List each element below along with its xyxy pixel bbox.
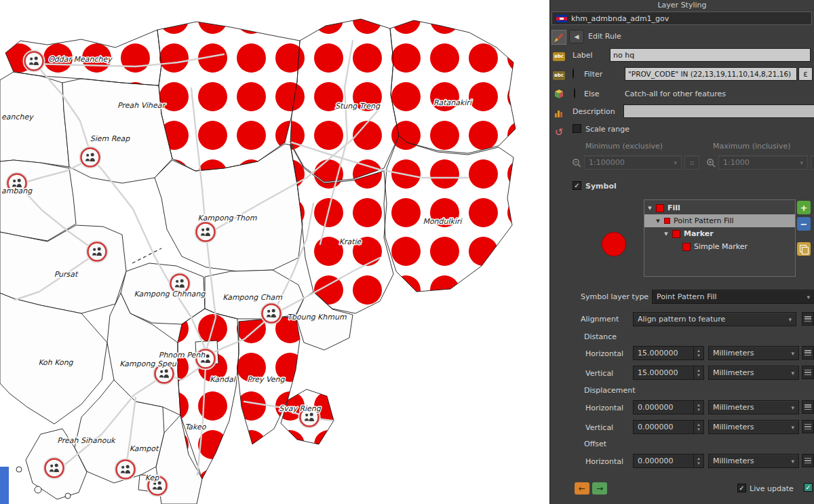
province-hq-marker[interactable]: [195, 222, 216, 242]
province-hq-marker[interactable]: [44, 458, 64, 478]
remove-symbol-layer-button[interactable]: −: [797, 217, 811, 231]
island[interactable]: [65, 493, 71, 499]
chevron-down-icon: ▾: [802, 294, 810, 301]
expand-icon[interactable]: ▼: [663, 231, 669, 237]
tab-labels[interactable]: abc: [551, 49, 566, 64]
offset-horizontal-label: Horizontal: [585, 457, 623, 466]
province-hq-marker[interactable]: [24, 51, 44, 71]
tab-diagrams[interactable]: [551, 106, 566, 121]
apply-checkbox[interactable]: ✓: [804, 483, 813, 492]
displacement-vertical-spinbox[interactable]: 0.000000 ▴▾: [633, 420, 704, 434]
province-siem-reap[interactable]: [62, 79, 172, 183]
set-to-current-scale-button-2[interactable]: [811, 155, 814, 170]
distance-vertical-unit-combo[interactable]: Millimeters ▾: [708, 366, 799, 380]
symbol-layer-tree[interactable]: ▼ Fill ▼ Point Pattern Fill ▼ Marker Sim…: [644, 199, 796, 277]
displacement-vertical-label: Vertical: [585, 423, 613, 432]
back-button[interactable]: ◀: [569, 30, 584, 43]
province-ratanakiri[interactable]: [390, 20, 516, 153]
data-defined-override-button[interactable]: [802, 366, 814, 379]
scale-range-checkbox[interactable]: [573, 124, 581, 133]
expression-builder-button[interactable]: ε: [798, 67, 813, 81]
label-label: Label: [573, 51, 593, 60]
offset-section-label: Offset: [584, 440, 606, 448]
chevron-down-icon: ▾: [787, 404, 794, 411]
else-radio[interactable]: [574, 88, 575, 98]
minimum-scale-value: 1:100000: [589, 158, 625, 167]
data-defined-override-button[interactable]: [802, 454, 814, 467]
undo-button[interactable]: ←: [575, 482, 589, 495]
tab-symbology[interactable]: [551, 30, 566, 45]
spin-down-icon[interactable]: ▾: [697, 353, 700, 358]
province-hq-marker[interactable]: [261, 303, 282, 324]
live-update-label: Live update: [750, 484, 794, 493]
island[interactable]: [35, 486, 41, 493]
offset-horizontal-unit-combo[interactable]: Millimeters ▾: [708, 454, 799, 468]
spin-buttons[interactable]: ▴▾: [693, 454, 703, 467]
layer-selector[interactable]: khm_admbnda_adm1_gov: [551, 12, 812, 25]
data-defined-override-button[interactable]: [802, 420, 814, 433]
redo-button[interactable]: →: [592, 482, 607, 495]
spin-down-icon[interactable]: ▾: [697, 427, 700, 432]
province-mondulkiri[interactable]: [384, 136, 513, 292]
province-label: Svay Rieng: [279, 404, 322, 413]
maximum-scale-combo[interactable]: 1:1000 ▾: [718, 155, 808, 170]
else-label: Else: [584, 90, 600, 98]
scale-range-label: Scale range: [585, 125, 629, 134]
province-hq-marker[interactable]: [80, 147, 100, 168]
spin-buttons[interactable]: ▴▾: [693, 401, 703, 414]
symbol-layer-type-combo[interactable]: Point Pattern Fill ▾: [652, 290, 814, 304]
spin-down-icon[interactable]: ▾: [697, 461, 700, 466]
add-symbol-layer-button[interactable]: +: [797, 201, 811, 214]
chevron-down-icon: ▾: [787, 458, 794, 465]
minimum-scale-combo[interactable]: 1:100000 ▾: [584, 155, 682, 170]
symbol-checkbox[interactable]: ✓: [573, 181, 581, 190]
offset-horizontal-spinbox[interactable]: 0.000000 ▴▾: [633, 454, 704, 468]
tree-item-label: Simple Marker: [694, 242, 748, 251]
else-text: Catch-all for other features: [625, 90, 726, 98]
data-defined-override-button[interactable]: [802, 346, 814, 360]
province-hq-marker[interactable]: [115, 459, 136, 480]
province-hq-marker[interactable]: [87, 241, 107, 262]
layer-styling-panel: Layer Styling khm_admbnda_adm1_gov abc a…: [549, 0, 814, 504]
map-svg[interactable]: Oddar MeancheyeancheyPreah VihearSiem Re…: [0, 0, 549, 504]
tab-history[interactable]: ↺: [551, 125, 566, 140]
province-label: Mondulkiri: [423, 217, 463, 226]
spin-down-icon[interactable]: ▾: [697, 373, 700, 378]
label-input[interactable]: no hq: [610, 48, 811, 62]
displacement-horizontal-value: 0.000000: [638, 403, 693, 412]
description-input[interactable]: [623, 104, 814, 118]
distance-horizontal-unit-combo[interactable]: Millimeters ▾: [708, 346, 799, 360]
tab-callouts[interactable]: abc: [551, 68, 566, 83]
island[interactable]: [16, 467, 22, 472]
tree-item-simple-marker[interactable]: Simple Marker: [644, 240, 795, 253]
map-extent-icon: ▫: [690, 159, 694, 166]
expand-icon[interactable]: ▼: [655, 218, 661, 224]
tree-item-marker[interactable]: ▼ Marker: [644, 227, 795, 240]
displacement-horizontal-unit-combo[interactable]: Millimeters ▾: [708, 400, 799, 414]
set-to-current-scale-button[interactable]: ▫: [684, 155, 699, 170]
filter-radio[interactable]: [573, 69, 574, 79]
spin-down-icon[interactable]: ▾: [697, 408, 700, 412]
tab-3d-view[interactable]: [551, 87, 566, 102]
province-label: eanchey: [1, 113, 34, 121]
displacement-vertical-unit-combo[interactable]: Millimeters ▾: [708, 420, 799, 434]
tree-item-point-pattern-fill[interactable]: ▼ Point Pattern Fill: [644, 214, 795, 227]
duplicate-symbol-layer-button[interactable]: [797, 242, 811, 256]
map-canvas[interactable]: Oddar MeancheyeancheyPreah VihearSiem Re…: [0, 0, 549, 504]
zoom-out-icon: [572, 158, 581, 168]
alignment-combo[interactable]: Align pattern to feature ▾: [633, 312, 796, 326]
live-update-checkbox[interactable]: ✓: [737, 484, 746, 492]
unit-value: Millimeters: [713, 423, 754, 431]
minimum-label: Minimum (exclusive): [585, 142, 663, 151]
tree-item-fill[interactable]: ▼ Fill: [644, 201, 795, 214]
spin-buttons[interactable]: ▴▾: [693, 366, 703, 379]
spin-buttons[interactable]: ▴▾: [693, 347, 703, 360]
spin-buttons[interactable]: ▴▾: [693, 421, 703, 433]
data-defined-override-button[interactable]: [802, 312, 814, 326]
distance-horizontal-spinbox[interactable]: 15.000000 ▴▾: [633, 346, 704, 360]
data-defined-override-button[interactable]: [802, 400, 814, 414]
displacement-horizontal-spinbox[interactable]: 0.000000 ▴▾: [633, 400, 704, 414]
expand-icon[interactable]: ▼: [647, 206, 653, 211]
filter-expression-input[interactable]: "PROV_CODE" IN (22,13,19,11,10,14,8,21,1…: [625, 67, 797, 81]
distance-vertical-spinbox[interactable]: 15.000000 ▴▾: [633, 366, 704, 380]
